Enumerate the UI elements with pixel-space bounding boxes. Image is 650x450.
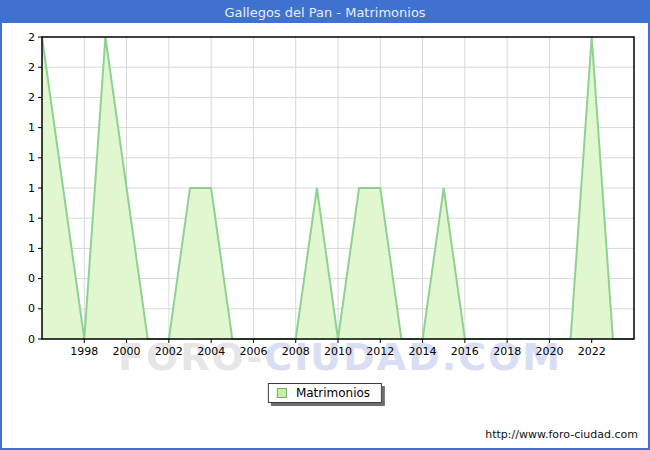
y-tick-label: 2 xyxy=(5,91,35,104)
legend: Matrimonios xyxy=(268,383,382,403)
chart-canvas: Gallegos del Pan - Matrimonios 222111110… xyxy=(0,0,650,450)
x-tick-label: 2016 xyxy=(443,345,487,358)
x-tick-label: 1998 xyxy=(62,345,106,358)
y-tick-label: 1 xyxy=(5,121,35,134)
x-tick-label: 2004 xyxy=(189,345,233,358)
y-tick-label: 0 xyxy=(5,302,35,315)
legend-swatch-icon xyxy=(277,388,287,398)
x-tick-label: 2014 xyxy=(401,345,445,358)
x-tick-label: 2000 xyxy=(105,345,149,358)
x-tick-label: 2008 xyxy=(274,345,318,358)
y-tick-label: 0 xyxy=(5,333,35,346)
x-tick-label: 2006 xyxy=(231,345,275,358)
y-tick-label: 2 xyxy=(5,31,35,44)
y-tick-label: 0 xyxy=(5,272,35,285)
y-tick-label: 1 xyxy=(5,242,35,255)
y-tick-label: 2 xyxy=(5,61,35,74)
x-tick-label: 2022 xyxy=(570,345,614,358)
source-url: http://www.foro-ciudad.com xyxy=(485,428,638,441)
y-tick-label: 1 xyxy=(5,182,35,195)
x-tick-label: 2020 xyxy=(527,345,571,358)
y-tick-label: 1 xyxy=(5,212,35,225)
y-tick-label: 1 xyxy=(5,151,35,164)
legend-label: Matrimonios xyxy=(296,386,370,400)
x-tick-label: 2010 xyxy=(316,345,360,358)
x-tick-label: 2018 xyxy=(485,345,529,358)
x-tick-label: 2002 xyxy=(147,345,191,358)
x-tick-label: 2012 xyxy=(358,345,402,358)
